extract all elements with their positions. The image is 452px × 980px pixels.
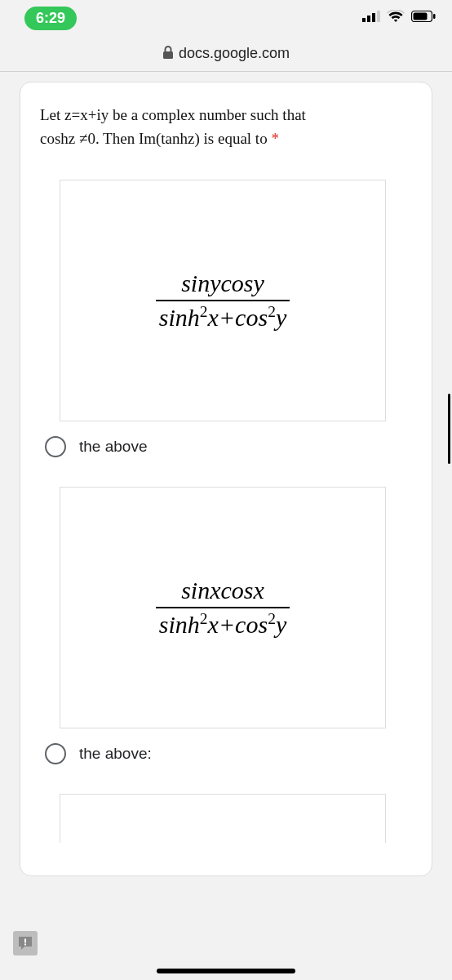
svg-rect-9: [24, 944, 26, 946]
svg-rect-0: [362, 18, 366, 22]
question-line-2: coshz ≠0. Then Im(tanhz) is equal to: [40, 130, 271, 147]
option-2-denominator: sinh2x+cos2y: [156, 607, 290, 639]
battery-icon: [411, 11, 436, 25]
option-2-numerator: sinxcosx: [178, 577, 268, 607]
svg-rect-8: [24, 939, 26, 943]
wifi-icon: [387, 10, 405, 26]
option-image-2[interactable]: sinxcosx sinh2x+cos2y: [60, 487, 386, 728]
option-1-fraction: sinycosy sinh2x+cos2y: [156, 270, 290, 332]
browser-domain: docs.google.com: [179, 45, 290, 62]
question-text: Let z=x+iy be a complex number such that…: [40, 104, 412, 150]
lock-icon: [162, 46, 174, 62]
scroll-indicator[interactable]: [448, 394, 450, 464]
required-star: *: [271, 130, 279, 147]
radio-button-icon: [45, 436, 66, 457]
question-line-1: Let z=x+iy be a complex number such that: [40, 106, 306, 123]
cellular-signal-icon: [362, 11, 380, 25]
option-1-numerator: sinycosy: [178, 270, 268, 300]
svg-rect-7: [163, 51, 173, 59]
option-image-1[interactable]: sinycosy sinh2x+cos2y: [60, 180, 386, 421]
home-indicator[interactable]: [157, 969, 295, 973]
radio-label-2: the above:: [79, 745, 152, 763]
radio-option-1[interactable]: the above: [45, 436, 412, 457]
feedback-icon: [17, 935, 33, 951]
svg-rect-5: [414, 13, 428, 20]
question-card: Let z=x+iy be a complex number such that…: [20, 82, 432, 876]
svg-rect-1: [367, 16, 370, 22]
option-1-denominator: sinh2x+cos2y: [156, 300, 290, 332]
status-time: 6:29: [24, 7, 77, 30]
feedback-button[interactable]: [13, 931, 38, 956]
svg-rect-2: [372, 13, 375, 22]
radio-button-icon: [45, 743, 66, 764]
status-right: [362, 10, 436, 26]
svg-rect-6: [433, 14, 436, 19]
radio-option-2[interactable]: the above:: [45, 743, 412, 764]
option-2-fraction: sinxcosx sinh2x+cos2y: [156, 577, 290, 639]
status-bar: 6:29: [0, 0, 452, 36]
svg-rect-3: [377, 11, 380, 22]
option-image-3-partial[interactable]: [60, 794, 386, 843]
browser-address-bar[interactable]: docs.google.com: [0, 36, 452, 72]
radio-label-1: the above: [79, 438, 147, 456]
